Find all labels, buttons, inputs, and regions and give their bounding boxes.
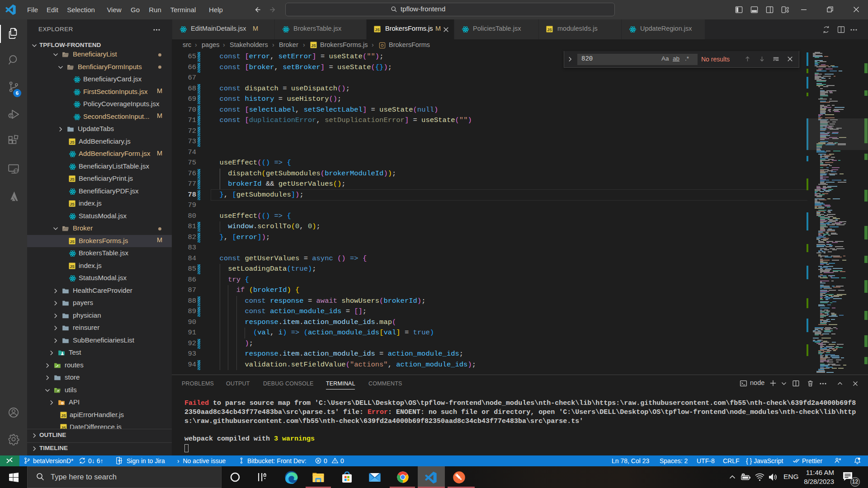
svg-text:JS: JS <box>70 239 75 244</box>
svg-text:JS: JS <box>61 413 66 418</box>
svg-text:JS: JS <box>311 43 316 48</box>
svg-text:JS: JS <box>70 177 75 182</box>
svg-text:JS: JS <box>375 28 380 32</box>
svg-text:JS: JS <box>547 28 552 32</box>
svg-text:JS: JS <box>70 264 75 268</box>
svg-text:JS: JS <box>70 202 75 206</box>
svg-text:JS: JS <box>70 140 75 144</box>
